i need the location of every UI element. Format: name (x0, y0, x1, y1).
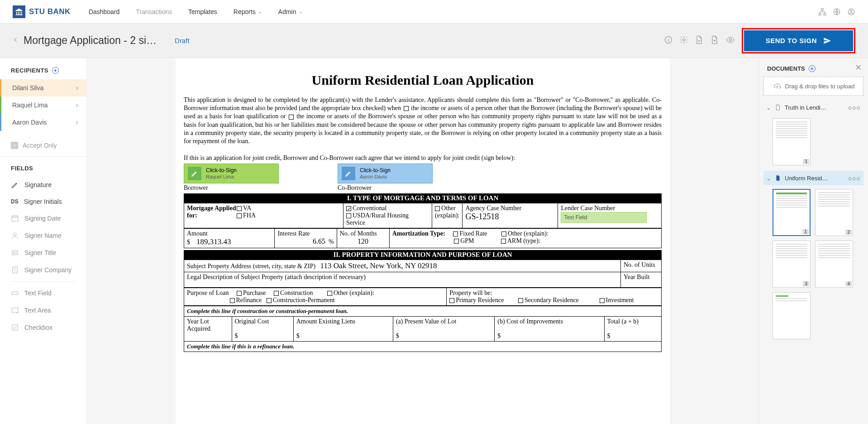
signature-row: Click-to-Sign Raquel Lima Click-to-Sign … (184, 164, 662, 183)
building-icon (11, 266, 19, 274)
document-viewport[interactable]: Uniform Residential Loan Application Thi… (87, 58, 758, 424)
property-table: Subject Property Address (street, city, … (184, 260, 662, 288)
sub-header: Mortgage Application - 2 si… Draft SEND … (0, 24, 868, 58)
document-name: Truth in Lendi… (785, 104, 826, 111)
checkbox (274, 291, 279, 296)
nav-dashboard[interactable]: Dashboard (89, 8, 120, 15)
preview-icon[interactable] (725, 35, 735, 46)
field-signer-initials[interactable]: DS Signer Initials (0, 193, 86, 210)
nav-items: Dashboard Transactions Templates Reports… (89, 8, 303, 15)
status-badge: Draft (175, 37, 190, 44)
badge-icon (11, 249, 19, 257)
field-signing-date[interactable]: Signing Date (0, 210, 86, 227)
document-plus-icon[interactable] (710, 35, 719, 46)
page-number: 3 (803, 281, 809, 286)
field-text-area[interactable]: Text Area (0, 302, 86, 319)
checkbox (237, 291, 242, 296)
fields-header: FIELDS (0, 157, 86, 176)
right-panel: ✕ DOCUMENTS + Drag & drop files to uploa… (758, 58, 868, 424)
field-text-field[interactable]: Text Field (0, 284, 86, 302)
page-thumbnail[interactable]: 1 (773, 118, 811, 165)
globe-icon[interactable] (833, 8, 841, 16)
mortgage-type-table: Mortgage Applied for: VA FHA Conventiona… (184, 203, 662, 228)
checkbox (449, 298, 454, 303)
nav-admin[interactable]: Admin ⌄ (278, 8, 303, 15)
checkbox (501, 231, 506, 236)
field-signature[interactable]: Signature (0, 176, 86, 193)
pen-icon (188, 167, 201, 180)
joint-credit-text: If this is an application for joint cred… (184, 154, 662, 162)
field-signer-company[interactable]: Signer Company (0, 261, 86, 279)
svg-rect-9 (12, 216, 18, 222)
signature-field-borrower[interactable]: Click-to-Sign Raquel Lima (184, 164, 279, 183)
chevron-right-icon: › (76, 84, 78, 92)
pen-icon (11, 181, 19, 189)
svg-point-12 (13, 252, 14, 254)
svg-rect-16 (12, 325, 18, 330)
recipient-name: Dilani Silva (12, 84, 43, 92)
checkbox (453, 231, 458, 236)
user-icon[interactable] (847, 8, 855, 16)
page-number: 2 (845, 230, 852, 235)
gear-icon[interactable] (679, 35, 688, 46)
back-button[interactable] (13, 35, 19, 46)
checkbox-inline (404, 106, 409, 111)
logo[interactable]: STU BANK (13, 5, 71, 18)
drag-drop-zone[interactable]: Drag & drop files to upload (763, 77, 863, 96)
field-signer-title[interactable]: Signer Title (0, 244, 86, 261)
add-document-button[interactable]: + (809, 65, 816, 72)
recipient-item[interactable]: Aaron Davis › (0, 114, 86, 131)
page-thumbnail[interactable] (773, 292, 811, 339)
svg-rect-0 (821, 8, 824, 10)
document-menu-button[interactable]: ooo (848, 104, 861, 111)
person-icon (11, 231, 19, 240)
documents-header: DOCUMENTS + (763, 64, 863, 77)
nav-templates[interactable]: Templates (188, 8, 217, 15)
add-recipient-button[interactable]: + (52, 67, 59, 74)
send-to-sign-button[interactable]: SEND TO SIGN (744, 30, 853, 51)
svg-rect-14 (12, 292, 18, 294)
chevron-down-icon: ⌄ (299, 9, 303, 14)
document-menu-button[interactable]: ooo (848, 175, 861, 182)
pen-icon (342, 167, 355, 180)
recipients-header: RECIPIENTS + (0, 65, 86, 79)
lender-case-text-field[interactable]: Text Field (561, 212, 647, 223)
checkbox (327, 291, 332, 296)
nav-transactions[interactable]: Transactions (136, 8, 172, 15)
field-checkbox[interactable]: Checkbox (0, 319, 86, 336)
page-thumbnail-selected[interactable]: 1 (773, 189, 811, 236)
checkbox-inline (289, 115, 294, 120)
thumbnail-grid: 1 2 3 4 (763, 185, 863, 345)
document-node[interactable]: ⌄ Truth in Lendi… ooo (763, 100, 863, 115)
chevron-down-icon: ⌄ (766, 175, 771, 182)
page-thumbnail[interactable]: 2 (815, 189, 853, 236)
chevron-down-icon: ⌄ (258, 9, 262, 14)
page-title: Mortgage Application - 2 si… (24, 34, 157, 47)
chevron-down-icon: ⌄ (766, 104, 771, 111)
recipient-item[interactable]: Dilani Silva › (0, 79, 86, 96)
sitemap-icon[interactable] (818, 8, 826, 16)
nav-reports[interactable]: Reports ⌄ (234, 8, 262, 15)
thumbnail-row: 1 (763, 115, 863, 171)
document-name: Uniform Resid… (785, 175, 828, 182)
info-icon[interactable] (664, 35, 673, 46)
svg-point-7 (682, 39, 685, 41)
recipient-item[interactable]: Raquel Lima › (0, 96, 86, 114)
document-page: Uniform Residential Loan Application Thi… (176, 58, 670, 424)
checkbox-field-icon (11, 323, 19, 332)
paper-plane-icon (823, 37, 831, 45)
section-1-header: I. TYPE OF MORTGAGE AND TERMS OF LOAN (184, 193, 662, 203)
accept-only-toggle[interactable]: ✓ Accept Only (0, 135, 86, 157)
page-number: 1 (803, 159, 809, 164)
checkbox-icon: ✓ (11, 142, 18, 149)
brand-name: STU BANK (29, 7, 71, 16)
field-signer-name[interactable]: Signer Name (0, 227, 86, 244)
signature-field-coborrower[interactable]: Click-to-Sign Aaron Davis (338, 164, 433, 183)
close-panel-button[interactable]: ✕ (855, 63, 862, 72)
checkbox-checked (346, 206, 351, 211)
page-thumbnail[interactable]: 3 (773, 241, 811, 288)
checkbox (518, 298, 523, 303)
document-check-icon[interactable] (695, 35, 704, 46)
document-node-selected[interactable]: ⌄ Uniform Resid… ooo (763, 171, 863, 185)
page-thumbnail[interactable]: 4 (815, 241, 853, 288)
